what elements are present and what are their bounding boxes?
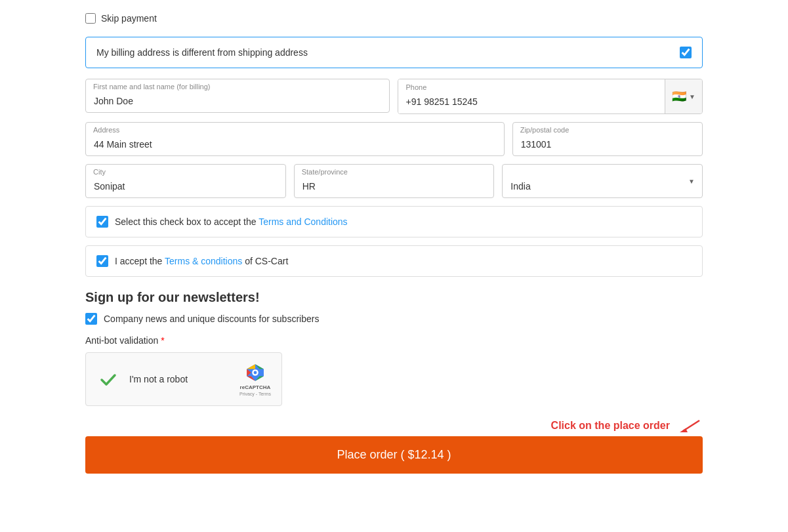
cscart-terms-checkbox[interactable] — [96, 255, 108, 267]
phone-flag-button[interactable]: 🇮🇳 ▼ — [665, 79, 702, 113]
recaptcha-brand-text: reCAPTCHA — [240, 384, 271, 390]
recaptcha-logo-area: reCAPTCHA Privacy - Terms — [239, 362, 271, 396]
place-order-button[interactable]: Place order ( $12.14 ) — [85, 436, 703, 474]
city-state-country-row: City State/province India United States … — [85, 164, 703, 198]
newsletter-section: Sign up for our newsletters! Company new… — [85, 290, 703, 406]
phone-input[interactable] — [398, 79, 665, 113]
cscart-text-before: I accept the — [115, 256, 165, 266]
billing-address-checkbox[interactable] — [680, 47, 692, 58]
annotation-row: Click on the place order — [85, 419, 703, 432]
india-flag-icon: 🇮🇳 — [672, 89, 686, 104]
terms-conditions-link[interactable]: Terms and Conditions — [259, 216, 347, 227]
first-name-input[interactable] — [85, 79, 390, 113]
country-group: India United States United Kingdom — [502, 164, 703, 198]
newsletter-title: Sign up for our newsletters! — [85, 290, 703, 305]
city-group: City — [85, 164, 286, 198]
newsletter-checkbox-row: Company news and unique discounts for su… — [85, 313, 703, 325]
svg-point-1 — [254, 371, 257, 375]
zip-group: Zip/postal code — [512, 122, 703, 156]
cscart-terms-label: I accept the Terms & conditions of CS-Ca… — [115, 256, 288, 266]
cscart-text-after: of CS-Cart — [242, 256, 288, 266]
skip-payment-checkbox[interactable] — [85, 13, 96, 24]
newsletter-label: Company news and unique discounts for su… — [104, 314, 319, 324]
terms-text-before: Select this check box to accept the — [115, 216, 259, 227]
recaptcha-box[interactable]: I'm not a robot reCAPTCHA Privacy - Term… — [85, 352, 282, 406]
cscart-terms-box: I accept the Terms & conditions of CS-Ca… — [85, 245, 703, 277]
recaptcha-links-text: Privacy - Terms — [239, 392, 271, 396]
terms-conditions-box: Select this check box to accept the Term… — [85, 206, 703, 237]
city-input[interactable] — [85, 164, 286, 198]
address-input[interactable] — [85, 122, 505, 156]
state-input[interactable] — [294, 164, 495, 198]
terms-conditions-label: Select this check box to accept the Term… — [115, 216, 348, 227]
chevron-down-icon: ▼ — [689, 93, 695, 100]
antibot-text: Anti-bot validation — [85, 335, 158, 346]
recaptcha-logo-icon — [245, 362, 266, 383]
annotation-text: Click on the place order — [551, 420, 670, 432]
country-select[interactable]: India United States United Kingdom — [502, 164, 703, 198]
address-zip-row: Address Zip/postal code — [85, 122, 703, 156]
antibot-required-star: * — [161, 335, 164, 346]
name-phone-row: First name and last name (for billing) P… — [85, 79, 703, 114]
annotation-area: Click on the place order — [85, 419, 703, 432]
address-group: Address — [85, 122, 505, 156]
billing-address-box: My billing address is different from shi… — [85, 37, 703, 68]
billing-address-label: My billing address is different from shi… — [96, 47, 308, 58]
zip-input[interactable] — [512, 122, 703, 156]
newsletter-checkbox[interactable] — [85, 313, 97, 325]
skip-payment-label: Skip payment — [101, 13, 157, 24]
first-name-group: First name and last name (for billing) — [85, 79, 390, 114]
phone-group: Phone 🇮🇳 ▼ — [398, 79, 703, 114]
cscart-terms-link[interactable]: Terms & conditions — [165, 256, 242, 266]
recaptcha-checkmark-icon — [96, 367, 120, 391]
recaptcha-label: I'm not a robot — [129, 374, 230, 384]
state-group: State/province — [294, 164, 495, 198]
annotation-arrow-icon — [676, 419, 703, 432]
phone-input-inner: Phone — [398, 79, 665, 113]
terms-conditions-checkbox[interactable] — [96, 216, 108, 228]
antibot-label: Anti-bot validation * — [85, 335, 703, 346]
